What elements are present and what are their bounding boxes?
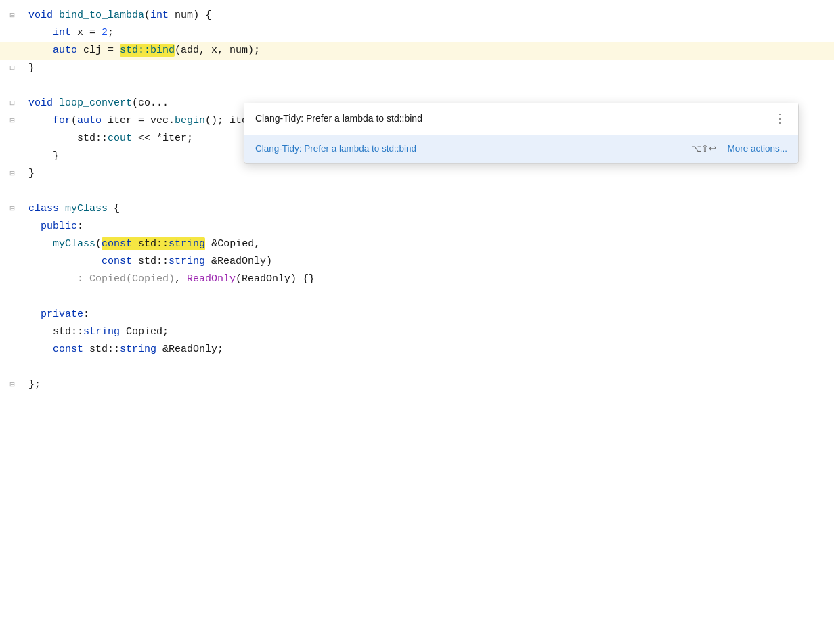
fold-gutter-19 [5,323,19,341]
code-content-12: class myClass { [22,200,834,218]
tooltip-action-row[interactable]: Clang-Tidy: Prefer a lambda to std::bind… [244,135,798,163]
tooltip-more-button[interactable]: ⋮ [774,113,787,125]
fold-gutter-8 [5,130,19,147]
code-line-3: auto clj = std::bind(add, x, num); [0,42,834,60]
code-line-14: myClass(const std::string &Copied, [0,235,834,253]
tooltip-action-label[interactable]: Clang-Tidy: Prefer a lambda to std::bind [255,142,680,156]
empty-line-3 [0,288,834,306]
code-content-20: const std::string &ReadOnly; [22,341,834,359]
code-content-3: auto clj = std::bind(add, x, num); [22,42,834,60]
tooltip-shortcut: ⌥⇧↩ [691,142,716,156]
fold-gutter-18 [5,306,19,323]
fold-gutter-4[interactable]: ⊟ [5,60,19,77]
code-line-18: private: [0,306,834,323]
code-line-4: ⊟ } [0,60,834,77]
code-line-13: public: [0,218,834,235]
code-line-20: const std::string &ReadOnly; [0,341,834,359]
fold-gutter-9 [5,147,19,165]
fold-gutter-3 [5,42,19,60]
code-content-4: } [22,60,834,77]
code-content-2: int x = 2; [22,24,834,42]
tooltip-title: Clang-Tidy: Prefer a lambda to std::bind [255,112,422,127]
code-line-2: int x = 2; [0,24,834,42]
tooltip-header: Clang-Tidy: Prefer a lambda to std::bind… [244,104,798,135]
code-line-19: std::string Copied; [0,323,834,341]
code-content-22: }; [22,376,834,394]
empty-line-4 [0,359,834,376]
fold-gutter-16 [5,271,19,288]
fold-gutter-10[interactable]: ⊟ [5,165,19,183]
code-content-16: : Copied(Copied), ReadOnly(ReadOnly) {} [22,271,834,288]
code-content-19: std::string Copied; [22,323,834,341]
code-line-15: const std::string &ReadOnly) [0,253,834,271]
code-line-1: ⊟ void bind_to_lambda(int num) { [0,7,834,24]
code-content-10: } [22,165,834,183]
fold-gutter-22[interactable]: ⊟ [5,376,19,394]
code-content-15: const std::string &ReadOnly) [22,253,834,271]
code-line-12: ⊟ class myClass { [0,200,834,218]
code-line-16: : Copied(Copied), ReadOnly(ReadOnly) {} [0,271,834,288]
tooltip-popup: Clang-Tidy: Prefer a lambda to std::bind… [244,103,799,164]
code-content-1: void bind_to_lambda(int num) { [22,7,834,24]
code-content-13: public: [22,218,834,235]
fold-gutter-1[interactable]: ⊟ [5,7,19,24]
code-content-18: private: [22,306,834,323]
code-line-10: ⊟ } [0,165,834,183]
empty-line-1 [0,77,834,95]
fold-gutter-14 [5,235,19,253]
fold-gutter-13 [5,218,19,235]
fold-gutter-15 [5,253,19,271]
fold-gutter-2 [5,24,19,42]
fold-gutter-7[interactable]: ⊟ [5,112,19,130]
code-editor: ⊟ void bind_to_lambda(int num) { int x =… [0,0,834,644]
code-content-14: myClass(const std::string &Copied, [22,235,834,253]
fold-gutter-20 [5,341,19,359]
empty-line-2 [0,183,834,200]
tooltip-more-actions[interactable]: More actions... [727,142,787,156]
fold-gutter-12[interactable]: ⊟ [5,200,19,218]
fold-gutter-6[interactable]: ⊟ [5,95,19,112]
code-line-22: ⊟ }; [0,376,834,394]
